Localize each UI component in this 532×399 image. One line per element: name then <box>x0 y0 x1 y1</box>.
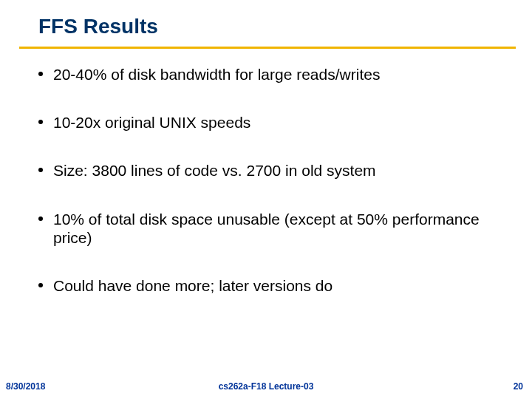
bullet-item: 20-40% of disk bandwidth for large reads… <box>38 65 480 83</box>
bullet-dot-icon <box>38 168 43 172</box>
body-content: 20-40% of disk bandwidth for large reads… <box>38 65 480 324</box>
bullet-item: 10% of total disk space unusable (except… <box>38 210 480 247</box>
bullet-item: Could have done more; later versions do <box>38 276 480 295</box>
bullet-text: 20-40% of disk bandwidth for large reads… <box>53 65 380 83</box>
footer-page: 20 <box>514 381 523 392</box>
bullet-dot-icon <box>38 120 43 124</box>
slide: FFS Results 20-40% of disk bandwidth for… <box>0 0 532 399</box>
footer-course: cs262a-F18 Lecture-03 <box>0 381 532 392</box>
slide-title: FFS Results <box>38 15 502 38</box>
bullet-item: 10-20x original UNIX speeds <box>38 113 480 132</box>
title-block: FFS Results <box>38 15 502 41</box>
bullet-text: Could have done more; later versions do <box>53 276 332 295</box>
bullet-dot-icon <box>38 72 43 76</box>
title-underline <box>19 47 516 49</box>
bullet-text: 10% of total disk space unusable (except… <box>53 210 480 247</box>
bullet-dot-icon <box>38 216 43 221</box>
bullet-dot-icon <box>38 283 43 287</box>
footer: 8/30/2018 cs262a-F18 Lecture-03 20 <box>0 377 532 392</box>
bullet-text: 10-20x original UNIX speeds <box>53 113 250 132</box>
bullet-text: Size: 3800 lines of code vs. 2700 in old… <box>53 161 376 180</box>
bullet-item: Size: 3800 lines of code vs. 2700 in old… <box>38 161 480 180</box>
